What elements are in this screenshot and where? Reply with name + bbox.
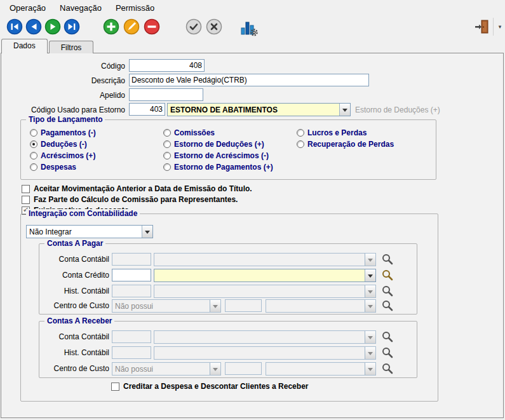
estorno-hint: Estorno de Deduções (+) — [355, 105, 440, 114]
dropdown-arrow-icon[interactable] — [210, 300, 220, 312]
magnifier-icon — [381, 274, 394, 283]
apelido-label: Apelido — [1, 91, 125, 100]
cp-conta-contabil-combobox[interactable] — [154, 253, 376, 266]
cr-hist-contabil-combobox[interactable] — [154, 346, 376, 360]
integracao-groupbox: Integração com Contabilidade Não Integra… — [20, 213, 438, 402]
radio-pagamentos[interactable]: Pagamentos (-) — [30, 128, 96, 137]
cp-conta-contabil-label: Conta Contábil — [39, 255, 109, 264]
exit-button[interactable] — [474, 18, 492, 36]
radio-estorno-pagamentos[interactable]: Estorno de Pagamentos (+) — [163, 163, 273, 172]
cp-hist-contabil-search-button[interactable] — [381, 285, 394, 297]
dropdown-arrow-icon[interactable] — [365, 269, 375, 281]
radio-circle-icon — [297, 140, 304, 148]
last-record-button[interactable] — [64, 18, 81, 36]
magnifier-icon — [381, 258, 394, 268]
next-record-button[interactable] — [44, 18, 62, 36]
dropdown-arrow-icon[interactable] — [142, 226, 152, 238]
chart-settings-button[interactable] — [239, 18, 258, 37]
dropdown-arrow-icon[interactable] — [365, 331, 375, 343]
dropdown-arrow-icon[interactable] — [365, 363, 375, 375]
cr-conta-contabil-label: Conta Contábil — [39, 332, 109, 341]
exit-door-icon — [474, 18, 492, 35]
codigo-input[interactable] — [129, 59, 205, 72]
cancel-button[interactable] — [206, 18, 224, 36]
menu-operacao[interactable]: Operação — [3, 1, 53, 15]
cp-hist-contabil-combobox[interactable] — [154, 285, 376, 298]
confirm-button[interactable] — [185, 18, 203, 36]
dropdown-arrow-icon[interactable] — [365, 285, 375, 297]
radio-comissoes[interactable]: Comissões — [163, 128, 215, 137]
cp-conta-contabil-code[interactable] — [112, 253, 151, 266]
magnifier-icon — [381, 290, 394, 299]
integracao-combobox-value: Não Integrar — [27, 227, 142, 236]
cr-centro-custo-label: Centro de Custo — [39, 364, 109, 373]
dropdown-arrow-icon[interactable] — [365, 300, 375, 312]
cr-hist-contabil-label: Hist. Contábil — [39, 348, 109, 357]
cr-conta-contabil-search-button[interactable] — [381, 330, 394, 343]
cr-centro-custo-search-button[interactable] — [381, 362, 394, 375]
checkbox-square-icon — [22, 185, 30, 193]
magnifier-icon — [381, 335, 394, 345]
cp-centro-custo-code[interactable] — [225, 299, 262, 312]
toolbar-separator — [493, 18, 494, 36]
radio-circle-icon — [30, 140, 37, 148]
cp-conta-credito-combobox[interactable] — [154, 269, 376, 282]
tab-filtros[interactable]: Filtros — [49, 41, 94, 53]
checkbox-aceitar-movimentacao[interactable]: Aceitar Movimentação Anterior a Data de … — [22, 184, 252, 193]
cp-centro-custo-combobox[interactable]: Não possui — [112, 299, 221, 313]
radio-acrescimos[interactable]: Acréscimos (+) — [30, 151, 95, 160]
cp-hist-contabil-code[interactable] — [112, 285, 151, 297]
minus-icon — [144, 18, 161, 35]
checkbox-faz-parte-comissao[interactable]: Faz Parte do Cálculo de Comissão para Re… — [22, 195, 238, 204]
radio-recuperacao-perdas[interactable]: Recuperação de Perdas — [297, 140, 394, 149]
descricao-input[interactable] — [129, 74, 369, 86]
cr-conta-contabil-combobox[interactable] — [154, 330, 376, 344]
application-window: Operação Navegação Permissão Dados Filt — [0, 0, 505, 420]
cr-hist-contabil-code[interactable] — [112, 346, 151, 359]
cp-conta-credito-code[interactable] — [112, 269, 151, 281]
cp-conta-contabil-search-button[interactable] — [381, 253, 394, 266]
cr-centro-custo-combobox-2[interactable] — [266, 362, 376, 376]
radio-estorno-deducoes[interactable]: Estorno de Deduções (+) — [163, 140, 264, 149]
dropdown-arrow-icon[interactable] — [365, 347, 375, 359]
dropdown-arrow-icon[interactable] — [210, 363, 220, 375]
dropdown-arrow-icon[interactable] — [339, 104, 350, 116]
delete-record-button[interactable] — [144, 18, 161, 36]
tab-strip: Dados Filtros — [1, 39, 95, 53]
first-record-button[interactable] — [6, 18, 24, 36]
estorno-combobox-value: ESTORNO DE ABATIMENTOS — [168, 105, 339, 114]
radio-despesas[interactable]: Despesas — [30, 163, 76, 172]
estorno-code-input[interactable] — [129, 103, 165, 116]
pencil-icon — [123, 18, 141, 35]
radio-lucros-perdas[interactable]: Lucros e Perdas — [297, 128, 367, 137]
tipo-lancamento-title: Tipo de Lançamento — [26, 115, 105, 124]
radio-estorno-acrescimos[interactable]: Estorno de Acréscimos (-) — [163, 151, 269, 160]
integracao-combobox[interactable]: Não Integrar — [26, 225, 153, 238]
cr-centro-custo-combobox[interactable]: Não possui — [112, 362, 221, 376]
cp-centro-custo-search-button[interactable] — [381, 299, 394, 312]
insert-record-button[interactable] — [103, 18, 121, 36]
apelido-input[interactable] — [129, 88, 203, 101]
checkbox-creditar-despesa[interactable]: Creditar a Despesa e Descontar Clientes … — [111, 382, 308, 391]
toolbar-overflow-chevron-icon[interactable] — [496, 19, 504, 34]
tab-dados[interactable]: Dados — [1, 39, 48, 53]
radio-deducoes[interactable]: Deduções (-) — [30, 140, 87, 149]
menu-navegacao[interactable]: Navegação — [53, 1, 109, 15]
cp-centro-custo-combobox-2[interactable] — [266, 299, 376, 313]
radio-circle-icon — [163, 129, 171, 137]
prior-record-button[interactable] — [25, 18, 43, 36]
integracao-title: Integração com Contabilidade — [26, 209, 140, 218]
first-record-icon — [6, 18, 24, 35]
edit-record-button[interactable] — [123, 18, 141, 36]
estorno-combobox[interactable]: ESTORNO DE ABATIMENTOS — [167, 103, 351, 116]
magnifier-icon — [381, 351, 394, 361]
cr-conta-contabil-code[interactable] — [112, 330, 151, 343]
cr-hist-contabil-search-button[interactable] — [381, 346, 394, 359]
cr-centro-custo-code[interactable] — [225, 362, 262, 375]
magnifier-icon — [381, 367, 394, 377]
radio-circle-icon — [30, 163, 37, 171]
dropdown-arrow-icon[interactable] — [365, 254, 375, 266]
cp-hist-contabil-label: Hist. Contábil — [39, 287, 109, 295]
menu-permissao[interactable]: Permissão — [109, 1, 161, 15]
cp-conta-credito-search-button[interactable] — [381, 269, 394, 281]
